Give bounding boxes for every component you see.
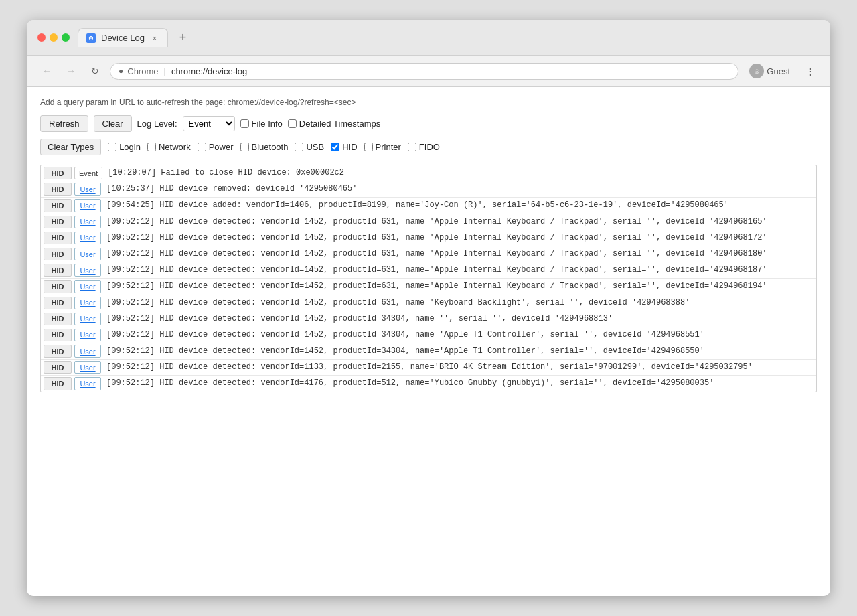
log-type[interactable]: User — [74, 361, 101, 374]
maximize-button[interactable] — [62, 33, 70, 42]
filter-login-label[interactable]: Login — [108, 142, 141, 152]
detailed-timestamps-text: Detailed Timestamps — [299, 119, 380, 129]
url-origin: Chrome — [127, 66, 158, 76]
filter-fido-label[interactable]: FIDO — [408, 142, 440, 152]
minimize-button[interactable] — [50, 33, 58, 42]
log-row: HIDUser[09:52:12] HID device detected: v… — [41, 360, 816, 376]
file-info-text: File Info — [252, 119, 283, 129]
log-source: HID — [44, 377, 72, 390]
file-info-label[interactable]: File Info — [240, 119, 283, 129]
address-bar: ← → ↻ ● Chrome | chrome://device-log ☺ G… — [27, 56, 830, 87]
filter-power-label[interactable]: Power — [198, 142, 234, 152]
menu-icon: ⋮ — [806, 66, 815, 76]
url-separator: | — [164, 66, 166, 76]
tab-favicon: ⊙ — [86, 33, 96, 43]
log-type[interactable]: User — [74, 329, 101, 341]
file-info-checkbox[interactable] — [240, 119, 249, 128]
filter-bluetooth-checkbox[interactable] — [240, 143, 249, 151]
refresh-button[interactable]: Refresh — [40, 115, 88, 132]
security-icon: ● — [119, 66, 123, 76]
traffic-lights — [37, 33, 70, 42]
log-row: HIDUser[10:25:37] HID device removed: de… — [41, 181, 816, 198]
filter-power-checkbox[interactable] — [198, 143, 206, 151]
title-bar: ⊙ Device Log × + — [27, 20, 830, 56]
filter-fido-checkbox[interactable] — [408, 143, 416, 151]
log-row: HIDEvent[10:29:07] Failed to close HID d… — [41, 165, 816, 181]
active-tab[interactable]: ⊙ Device Log × — [78, 28, 168, 47]
log-source: HID — [44, 297, 72, 309]
log-source: HID — [44, 313, 72, 325]
log-row: HIDUser[09:52:12] HID device detected: v… — [41, 262, 816, 279]
clear-types-button[interactable]: Clear Types — [40, 139, 101, 155]
new-tab-button[interactable]: + — [173, 28, 192, 47]
filter-network-label[interactable]: Network — [147, 142, 191, 152]
log-type[interactable]: User — [74, 216, 101, 228]
url-bar[interactable]: ● Chrome | chrome://device-log — [110, 63, 738, 80]
controls-row: Refresh Clear Log Level: Event Debug Inf… — [40, 115, 817, 132]
log-type[interactable]: User — [74, 199, 101, 212]
filter-hid-label[interactable]: HID — [331, 142, 357, 152]
log-type[interactable]: User — [74, 232, 101, 244]
filter-printer-label[interactable]: Printer — [364, 142, 401, 152]
log-message: [09:54:25] HID device added: vendorId=14… — [104, 198, 816, 213]
filter-power-text: Power — [209, 142, 234, 152]
log-source: HID — [44, 361, 72, 374]
filter-network-checkbox[interactable] — [147, 143, 156, 151]
forward-button[interactable]: → — [62, 62, 80, 80]
log-source: HID — [44, 232, 72, 244]
reload-button[interactable]: ↻ — [86, 62, 104, 80]
detailed-timestamps-label[interactable]: Detailed Timestamps — [288, 119, 380, 129]
log-row: HIDUser[09:52:12] HID device detected: v… — [41, 343, 816, 360]
log-message: [09:52:12] HID device detected: vendorId… — [104, 327, 816, 343]
log-row: HIDUser[09:52:12] HID device detected: v… — [41, 246, 816, 262]
filter-bluetooth-label[interactable]: Bluetooth — [240, 142, 289, 152]
log-type[interactable]: User — [74, 280, 101, 293]
tab-close-button[interactable]: × — [150, 33, 159, 43]
filter-login-checkbox[interactable] — [108, 143, 116, 151]
filter-usb-label[interactable]: USB — [295, 142, 324, 152]
log-row: HIDUser[09:52:12] HID device detected: v… — [41, 279, 816, 295]
log-type[interactable]: User — [74, 313, 101, 325]
log-row: HIDUser[09:54:25] HID device added: vend… — [41, 198, 816, 214]
back-button[interactable]: ← — [37, 62, 56, 80]
filter-hid-checkbox[interactable] — [331, 143, 339, 151]
log-message: [10:25:37] HID device removed: deviceId=… — [104, 181, 816, 197]
log-message: [09:52:12] HID device detected: vendorId… — [104, 360, 816, 375]
log-source: HID — [44, 216, 72, 228]
browser-menu-button[interactable]: ⋮ — [801, 62, 820, 80]
guest-button[interactable]: ☺ Guest — [744, 61, 795, 81]
guest-label: Guest — [767, 66, 790, 76]
log-source: HID — [44, 199, 72, 212]
log-source: HID — [44, 264, 72, 277]
filter-usb-checkbox[interactable] — [295, 143, 303, 151]
log-type[interactable]: User — [74, 183, 101, 196]
page-content: Add a query param in URL to auto-refresh… — [27, 87, 830, 596]
log-source: HID — [44, 329, 72, 341]
log-message: [09:52:12] HID device detected: vendorId… — [104, 279, 816, 294]
log-type[interactable]: User — [74, 248, 101, 260]
close-button[interactable] — [37, 33, 46, 42]
log-type[interactable]: User — [74, 264, 101, 277]
browser-window: ⊙ Device Log × + ← → ↻ ● Chrome | chrome… — [27, 20, 830, 596]
log-type[interactable]: User — [74, 297, 101, 309]
clear-button[interactable]: Clear — [94, 115, 132, 132]
log-row: HIDUser[09:52:12] HID device detected: v… — [41, 230, 816, 246]
detailed-timestamps-checkbox[interactable] — [288, 119, 297, 128]
log-message: [09:52:12] HID device detected: vendorId… — [104, 343, 816, 359]
guest-avatar: ☺ — [749, 64, 764, 78]
log-level-label: Log Level: — [137, 119, 177, 129]
filter-printer-checkbox[interactable] — [364, 143, 373, 151]
log-message: [09:52:12] HID device detected: vendorId… — [104, 214, 816, 230]
log-message: [09:52:12] HID device detected: vendorId… — [104, 295, 816, 311]
log-row: HIDUser[09:52:12] HID device detected: v… — [41, 295, 816, 311]
log-type[interactable]: User — [74, 377, 101, 390]
log-message: [09:52:12] HID device detected: vendorId… — [104, 311, 816, 327]
log-level-select[interactable]: Event Debug Info Warning Error — [183, 116, 235, 131]
types-row: Clear Types Login Network Power Bluetoot… — [40, 139, 817, 155]
log-type[interactable]: User — [74, 345, 101, 358]
log-row: HIDUser[09:52:12] HID device detected: v… — [41, 214, 816, 230]
log-row: HIDUser[09:52:12] HID device detected: v… — [41, 327, 816, 343]
log-source: HID — [44, 280, 72, 293]
log-source: HID — [44, 183, 72, 196]
log-type: Event — [74, 167, 102, 179]
